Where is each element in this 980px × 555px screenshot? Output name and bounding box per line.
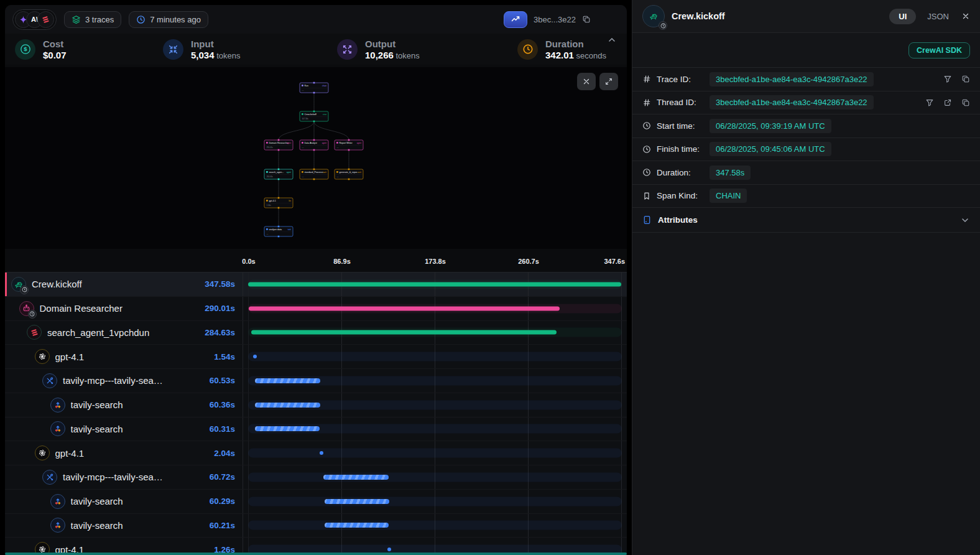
field-value[interactable]: 06/28/2025, 09:39:19 AM UTC xyxy=(710,119,831,133)
field-row-thread-id: Thread ID:3becbfed-a1be-ae84-ea3c-494286… xyxy=(632,91,980,115)
timeline-bar[interactable] xyxy=(253,355,257,358)
attributes-section-header[interactable]: Attributes xyxy=(632,208,980,233)
timeline-bar[interactable] xyxy=(255,403,320,408)
tavily-icon xyxy=(53,401,62,409)
span-label: tavily-search xyxy=(71,520,205,531)
svg-text:—: — xyxy=(337,146,339,149)
trace-row-tavily-mcp-tavily-sea[interactable]: tavily-mcp---tavily-sea…60.53s xyxy=(5,369,627,393)
clock-badge-icon xyxy=(659,21,667,30)
timeline-bar[interactable] xyxy=(323,475,389,480)
graph-node-run[interactable]: Runchain— xyxy=(300,82,328,94)
svg-text:Crew.kickoff: Crew.kickoff xyxy=(305,113,317,116)
trace-row-tavily-search[interactable]: tavily-search60.31s xyxy=(5,417,627,442)
timeline-bar[interactable] xyxy=(320,451,323,455)
avatar-crewai xyxy=(37,11,54,28)
copy-button[interactable] xyxy=(961,75,970,83)
trace-row-domain-researcher[interactable]: Domain Researcher290.01s xyxy=(5,297,627,321)
timeline-bar[interactable] xyxy=(251,330,557,335)
provider-avatars[interactable]: A\ xyxy=(12,9,57,30)
copy-icon[interactable] xyxy=(582,15,591,24)
trend-button[interactable] xyxy=(504,11,527,28)
graph-expand-button[interactable] xyxy=(599,73,618,90)
clock-badge-icon xyxy=(20,286,29,294)
graph-node-rw[interactable]: Report Writeragent— xyxy=(335,139,363,151)
external-button[interactable] xyxy=(943,98,952,107)
graph-node-gpt[interactable]: gpt-4.1llm1.54s xyxy=(264,197,293,209)
span-duration: 60.53s xyxy=(210,376,235,385)
timeline-bar[interactable] xyxy=(325,499,389,504)
span-duration: 60.72s xyxy=(210,472,235,482)
timeline-bar[interactable] xyxy=(325,523,389,528)
svg-text:generate_&_repor...: generate_&_repor... xyxy=(340,171,359,174)
clock-sm-icon xyxy=(642,145,651,154)
chevron-up-icon[interactable] xyxy=(607,35,617,45)
trace-row-search-agent-1vpchdun[interactable]: search_agent_1vpchdun284.63s xyxy=(5,321,627,345)
sdk-badge-row: CrewAI SDK xyxy=(632,33,980,68)
tab-ui[interactable]: UI xyxy=(889,9,916,24)
trend-icon xyxy=(511,14,520,24)
sdk-badge[interactable]: CrewAI SDK xyxy=(908,42,970,58)
graph-node-ad[interactable]: analyze datatask— xyxy=(264,226,293,238)
trace-row-gpt-4-1[interactable]: gpt-4.11.54s xyxy=(5,345,627,369)
field-value[interactable]: 3becbfed-a1be-ae84-ea3c-4942867a3e22 xyxy=(710,95,874,110)
span-duration: 347.58s xyxy=(205,279,235,289)
graph-node-gr[interactable]: generate_&_repor...task— xyxy=(335,169,363,180)
arrows-in-metric-icon xyxy=(163,39,183,60)
svg-text:gpt-4.1: gpt-4.1 xyxy=(269,200,276,202)
field-value[interactable]: 3becbfed-a1be-ae84-ea3c-4942867a3e22 xyxy=(710,72,874,86)
chevron-down-icon[interactable] xyxy=(960,215,970,225)
timeline-bar[interactable] xyxy=(255,378,320,383)
copy-button[interactable] xyxy=(961,98,970,107)
tab-json[interactable]: JSON xyxy=(927,9,949,24)
svg-text:Report Writer: Report Writer xyxy=(340,142,353,144)
filter-button[interactable] xyxy=(943,75,952,83)
trace-row-gpt-4-1[interactable]: gpt-4.12.04s xyxy=(5,441,627,465)
trace-row-crew-kickoff[interactable]: Crew.kickoff347.58s xyxy=(5,273,627,297)
timeline-bar[interactable] xyxy=(387,548,391,551)
svg-text:chain: chain xyxy=(322,85,326,87)
timeline-bar[interactable] xyxy=(248,282,621,286)
trace-row-tavily-mcp-tavily-sea[interactable]: tavily-mcp---tavily-sea…60.72s xyxy=(5,465,627,490)
dollar-metric-icon: $ xyxy=(15,39,35,60)
trace-row-tavily-search[interactable]: tavily-search60.36s xyxy=(5,393,627,417)
close-panel-icon[interactable] xyxy=(961,12,970,21)
trace-age-label: 7 minutes ago xyxy=(150,15,201,24)
trace-row-tavily-search[interactable]: tavily-search60.29s xyxy=(5,490,627,514)
row-chart-cell xyxy=(243,441,627,465)
trace-row-tavily-search[interactable]: tavily-search60.21s xyxy=(5,514,627,538)
span-label: tavily-mcp---tavily-sea… xyxy=(63,375,205,386)
arrows-out-icon xyxy=(342,44,353,55)
tavily-icon xyxy=(53,521,62,529)
graph-node-da[interactable]: Data Analystagent— xyxy=(300,139,328,151)
field-value[interactable]: CHAIN xyxy=(710,189,747,203)
trace-topbar: A\ 3 traces 7 minutes ago 3bec...3e22 xyxy=(5,5,627,34)
field-value[interactable]: 06/28/2025, 09:45:06 AM UTC xyxy=(710,142,831,156)
svg-text:—: — xyxy=(302,175,304,178)
clock-icon xyxy=(136,15,146,24)
row-chart-cell xyxy=(243,273,627,296)
trace-age-pill[interactable]: 7 minutes ago xyxy=(129,11,208,28)
row-chart-cell xyxy=(243,514,627,538)
attributes-label: Attributes xyxy=(658,215,698,225)
graph-node-dr[interactable]: Domain Researcheragent290.01s xyxy=(264,139,293,151)
graph-close-button[interactable] xyxy=(577,73,596,90)
svg-text:standard_Processi...: standard_Processi... xyxy=(305,171,325,174)
row-chart-cell xyxy=(243,321,627,345)
timeline-bar[interactable] xyxy=(249,306,560,310)
span-detail-panel: Crew.kickoff UI JSON CrewAI SDK Trace ID… xyxy=(632,0,980,555)
trace-graph-pane: Runchain—Crew.kickoffcrew347.58sDomain R… xyxy=(5,67,627,249)
span-label: tavily-search xyxy=(71,399,205,410)
svg-text:Run: Run xyxy=(305,85,309,87)
timeline-bar[interactable] xyxy=(255,426,320,431)
field-actions xyxy=(925,98,970,107)
close-icon xyxy=(582,77,591,86)
span-duration: 2.04s xyxy=(214,449,235,458)
graph-node-sp[interactable]: standard_Processi...task— xyxy=(300,169,328,180)
graph-node-crew[interactable]: Crew.kickoffcrew347.58s xyxy=(300,111,328,123)
crew-icon xyxy=(649,11,659,21)
field-value[interactable]: 347.58s xyxy=(710,166,751,180)
traces-count-pill[interactable]: 3 traces xyxy=(64,11,121,28)
graph-node-sa[interactable]: search_agen...agent284.63s xyxy=(264,169,293,180)
axis-tick-label: 347.6s xyxy=(604,258,625,265)
filter-button[interactable] xyxy=(925,98,934,107)
